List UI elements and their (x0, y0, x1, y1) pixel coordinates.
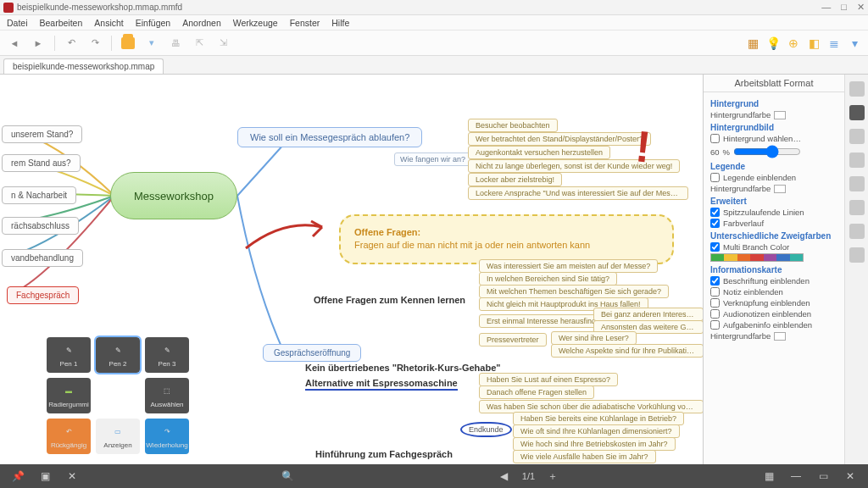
bg-color-row[interactable]: Hintergrundfarbe (710, 110, 837, 119)
legend-color[interactable]: Hintergrundfarbe (710, 184, 837, 193)
show-pal-button[interactable]: ▭Anzeigen (96, 419, 140, 454)
rail-icon-4[interactable] (849, 152, 865, 168)
section-3[interactable]: Alternative mit Espressomaschine (305, 378, 458, 391)
section-1[interactable]: Offene Fragen zum Kennen lernen (314, 295, 465, 305)
print-button[interactable]: 🖶 (166, 34, 185, 53)
menu-insert[interactable]: Einfügen (136, 18, 170, 28)
split-icon[interactable]: ≣ (826, 35, 843, 52)
select-button[interactable]: ⬚Auswählen (145, 378, 189, 413)
center-node[interactable]: Messeworkshop (110, 172, 237, 219)
branch-colors[interactable] (710, 253, 804, 262)
view-3-icon[interactable]: ▭ (814, 468, 832, 485)
prev-slide-button[interactable]: ◀ (495, 468, 514, 485)
eraser-button[interactable]: ▬Radiergummi (47, 378, 91, 413)
document-tab[interactable]: beispielkunde-messeworkshop.mmap (3, 58, 164, 74)
question-sub[interactable]: Wie fangen wir an? (394, 152, 471, 166)
s1-e0[interactable]: Bei ganz anderen Interessen lieber (593, 308, 703, 321)
idea-icon[interactable]: ▦ (744, 35, 761, 52)
redo-button[interactable]: ↷ (86, 34, 104, 53)
next-slide-button[interactable]: ＋ (543, 468, 562, 485)
rail-icon-3[interactable] (849, 129, 865, 144)
left-node-2[interactable]: n & Nacharbeit (2, 186, 76, 204)
adv-2[interactable]: Farbverlauf (710, 219, 837, 228)
rail-icon-6[interactable] (849, 200, 865, 215)
menu-edit[interactable]: Bearbeiten (40, 18, 83, 28)
undo-button[interactable]: ↶ (62, 34, 81, 53)
save-button[interactable]: ▾ (142, 34, 161, 53)
export-button[interactable]: ⇱ (190, 34, 209, 53)
opener-node[interactable]: Gesprächseröffnung (263, 344, 361, 362)
bg-color-swatch[interactable] (774, 111, 786, 119)
rail-icon-1[interactable] (849, 81, 865, 97)
q-detail-2[interactable]: Augenkontakt versuchen herzustellen (468, 146, 610, 159)
q-detail-0[interactable]: Besucher beobachten (468, 119, 558, 132)
view-2-icon[interactable]: — (787, 468, 805, 485)
c1-d3[interactable]: Wie viele Ausfälle haben Sie im Jahr? (513, 450, 656, 463)
s3-d1[interactable]: Danach offene Fragen stellen (479, 385, 594, 399)
close-button[interactable]: ✕ (857, 2, 865, 13)
c1-d2[interactable]: Wie hoch sind Ihre Betriebskosten im Jah… (513, 437, 676, 451)
pen-1-button[interactable]: ✎Pen 1 (47, 337, 91, 373)
redo-pal-button[interactable]: ↷Wiederholung (145, 419, 189, 454)
close-present-icon[interactable]: ✕ (841, 468, 860, 485)
menu-arrange[interactable]: Anordnen (182, 18, 221, 28)
info-5[interactable]: Aufgabeninfo einblenden (710, 320, 837, 330)
q-detail-1[interactable]: Wer betrachtet den Stand/Displayständer/… (468, 132, 651, 146)
info-3[interactable]: Verknüpfung einblenden (710, 298, 837, 308)
menu-window[interactable]: Fenster (290, 18, 320, 28)
s1-d0[interactable]: Was interessiert Sie am meisten auf der … (479, 259, 658, 273)
q-detail-4[interactable]: Locker aber zielstrebig! (468, 173, 562, 186)
circle-endkunde[interactable]: Endkunde (460, 422, 512, 437)
back-button[interactable]: ◄ (5, 34, 24, 53)
info-color[interactable]: Hintergrundfarbe (710, 331, 837, 341)
question-node[interactable]: Wie soll ein Messegespräch ablaufen? (237, 127, 422, 147)
q-detail-5[interactable]: Lockere Ansprache "Und was interessiert … (468, 186, 688, 200)
rail-icon-7[interactable] (849, 224, 865, 239)
zoom-icon[interactable]: ⊕ (785, 35, 802, 52)
bgimg-choose[interactable]: Hintergrund wählen… (710, 134, 837, 143)
legend-show[interactable]: Legende einblenden (710, 173, 837, 182)
view-1-icon[interactable]: ▦ (760, 468, 778, 485)
menu-tools[interactable]: Werkzeuge (233, 18, 278, 28)
forward-button[interactable]: ► (29, 34, 47, 53)
menu-file[interactable]: Datei (7, 18, 28, 28)
c1-d0[interactable]: Haben Sie bereits eine Kühlanlage in Bet… (513, 412, 684, 425)
rail-icon-8[interactable] (849, 247, 865, 263)
pin-icon[interactable]: 📌 (8, 468, 27, 485)
s1-d1[interactable]: In welchen Bereichen sind Sie tätig? (479, 272, 617, 286)
section-2[interactable]: Kein übertriebenes "Rhetorik-Kurs-Gehabe… (305, 363, 500, 373)
branch-chk[interactable]: Multi Branch Color (710, 242, 837, 252)
mindmap-canvas[interactable]: Messeworkshop unserem Stand? rem Stand a… (0, 75, 703, 464)
s1-d5[interactable]: Pressevertreter (479, 333, 547, 347)
layers-icon[interactable]: ▣ (36, 468, 54, 485)
more-icon[interactable]: ▾ (846, 35, 863, 52)
menu-help[interactable]: Hilfe (331, 18, 349, 28)
menu-view[interactable]: Ansicht (94, 18, 123, 28)
left-node-3[interactable]: rächsabschluss (2, 217, 79, 235)
left-node-0[interactable]: unserem Stand? (2, 125, 82, 143)
cloud-callout[interactable]: Offene Fragen: Fragen auf die man nicht … (339, 214, 674, 264)
left-node-1[interactable]: rem Stand aus? (2, 154, 81, 172)
minimize-button[interactable]: — (821, 2, 831, 13)
bg-opacity[interactable]: 60% (710, 145, 837, 158)
pen-3-button[interactable]: ✎Pen 3 (145, 337, 189, 373)
s1-e2[interactable]: Wer sind ihre Leser? (551, 331, 637, 345)
bulb-icon[interactable]: 💡 (765, 35, 782, 52)
open-button[interactable] (119, 34, 137, 53)
pen-2-button[interactable]: ✎Pen 2 (96, 337, 140, 373)
rail-icon-2[interactable] (849, 105, 865, 120)
share-button[interactable]: ⇲ (214, 34, 232, 53)
s1-d2[interactable]: Mit welchen Themen beschäftigen Sie sich… (479, 285, 669, 298)
tools-icon[interactable]: ✕ (63, 468, 81, 485)
s1-e3[interactable]: Welche Aspekte sind für Ihre Publikation… (551, 344, 703, 358)
c1-d1[interactable]: Wie oft sind Ihre Kühlanlagen dimensioni… (513, 424, 680, 438)
rail-icon-5[interactable] (849, 176, 865, 191)
maximize-button[interactable]: □ (841, 2, 847, 13)
section-4[interactable]: Hinführung zum Fachgespräch (315, 449, 453, 459)
adv-1[interactable]: Spitzzulaufende Linien (710, 208, 837, 217)
info-1[interactable]: Beschriftung einblenden (710, 276, 837, 286)
left-node-5[interactable]: Fachgespräch (7, 286, 79, 304)
s3-d0[interactable]: Haben Sie Lust auf einen Espresso? (479, 373, 618, 386)
info-2[interactable]: Notiz einblenden (710, 287, 837, 297)
undo-pal-button[interactable]: ↶Rückgängig (47, 419, 91, 454)
